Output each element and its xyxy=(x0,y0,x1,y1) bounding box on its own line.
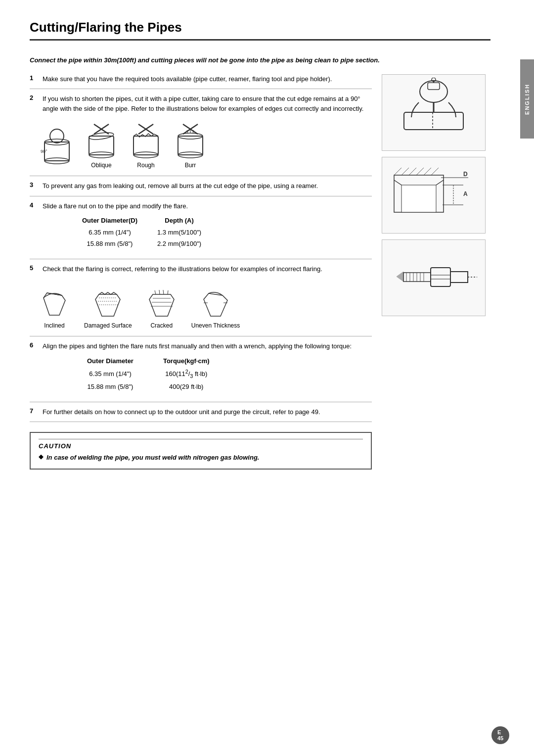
language-tab: ENGLISH xyxy=(520,59,534,139)
step-3-num: 3 xyxy=(30,181,38,191)
divider-7 xyxy=(30,422,372,422)
svg-text:A: A xyxy=(463,190,468,197)
step-7-num: 7 xyxy=(30,407,38,417)
svg-line-45 xyxy=(401,168,409,175)
torque-row1-value: 160(112/3 ft·lb) xyxy=(148,367,224,381)
svg-rect-65 xyxy=(431,268,450,286)
dim-row2-diameter: 15.88 mm (5/8") xyxy=(72,238,147,250)
divider-2 xyxy=(30,176,372,176)
step-5-num: 5 xyxy=(30,264,38,274)
torque-row2-diameter: 15.88 mm (5/8") xyxy=(72,381,148,393)
dim-col1-header: Outer Diameter(D) xyxy=(72,215,147,227)
left-column: 1 Make sure that you have the required t… xyxy=(30,74,372,470)
rough-label: Rough xyxy=(137,162,154,169)
pipe-cutter-svg xyxy=(389,78,478,147)
step-4-num: 4 xyxy=(30,201,38,254)
dim-row2-depth: 2.2 mm(9/100") xyxy=(147,238,211,250)
step-3: 3 To prevent any gas from leaking out, r… xyxy=(30,181,372,191)
svg-marker-57 xyxy=(397,272,403,282)
page-number: E45 xyxy=(491,726,509,744)
dim-row1-depth: 1.3 mm(5/100") xyxy=(147,227,211,238)
svg-rect-50 xyxy=(401,185,436,212)
svg-rect-68 xyxy=(450,272,468,283)
damaged-label: Damaged Surface xyxy=(84,322,132,329)
step-4: 4 Slide a flare nut on to the pipe and m… xyxy=(30,201,372,254)
dim-row1-diameter: 6.35 mm (1/4") xyxy=(72,227,147,238)
cracked-icon xyxy=(142,281,181,320)
step-4-text: Slide a flare nut on to the pipe and mod… xyxy=(43,201,372,254)
correct-pipe-icon: 90° xyxy=(40,127,74,167)
step-6: 6 Align the pipes and tighten the flare … xyxy=(30,341,372,397)
caution-bullet-symbol: ◆ xyxy=(39,453,44,460)
intro-text: Connect the pipe within 30m(100ft) and c… xyxy=(30,55,490,65)
svg-line-30 xyxy=(168,290,168,294)
svg-rect-38 xyxy=(404,112,463,130)
page-title: Cutting/Flaring the Pipes xyxy=(30,20,490,41)
caution-content: ◆ In case of welding the pipe, you must … xyxy=(39,453,363,463)
svg-rect-40 xyxy=(428,83,440,90)
divider-3 xyxy=(30,196,372,196)
divider-1 xyxy=(30,89,372,89)
step-6-num: 6 xyxy=(30,341,38,397)
burr-pipe-icon xyxy=(173,120,208,160)
torque-col2-header: Torque(kgf·cm) xyxy=(148,355,224,367)
svg-line-29 xyxy=(163,290,164,294)
torque-col1-header: Outer Diameter xyxy=(72,355,148,367)
dim-col2-header: Depth (A) xyxy=(147,215,211,227)
svg-rect-58 xyxy=(403,273,431,282)
svg-line-27 xyxy=(155,290,156,294)
diagram-pipe-cutter xyxy=(382,74,486,151)
diagram-flare-depth: D A xyxy=(382,157,486,234)
flaring-examples-row: Inclined xyxy=(35,281,372,329)
step-7: 7 For further details on how to connect … xyxy=(30,407,372,417)
torque-row2-value: 400(29 ft·lb) xyxy=(148,381,224,393)
step-7-text: For further details on how to connect up… xyxy=(43,407,372,417)
burr-label: Burr xyxy=(185,162,196,169)
svg-line-49 xyxy=(431,168,439,175)
pipe-cut-rough: Rough xyxy=(129,120,163,169)
step-3-text: To prevent any gas from leaking out, rem… xyxy=(43,181,372,191)
flaring-cracked: Cracked xyxy=(142,281,181,329)
svg-line-48 xyxy=(424,168,431,175)
step-5: 5 Check that the flaring is correct, ref… xyxy=(30,264,372,274)
main-content: Cutting/Flaring the Pipes Connect the pi… xyxy=(0,0,520,756)
svg-line-47 xyxy=(416,168,424,175)
caution-top-line xyxy=(39,439,363,439)
page-number-text: E45 xyxy=(497,729,503,741)
divider-6 xyxy=(30,402,372,402)
step-2-text: If you wish to shorten the pipes, cut it… xyxy=(43,94,372,113)
flare-depth-svg: D A xyxy=(387,160,481,230)
uneven-icon xyxy=(196,281,235,320)
step-1-num: 1 xyxy=(30,74,38,84)
pipe-cut-correct: 90° xyxy=(40,127,74,169)
caution-box: CAUTION ◆ In case of welding the pipe, y… xyxy=(30,432,372,470)
step-6-text: Align the pipes and tighten the flare nu… xyxy=(43,341,372,397)
svg-line-46 xyxy=(409,168,416,175)
pipe-cut-burr: Burr xyxy=(173,120,208,169)
step-2-num: 2 xyxy=(30,94,38,113)
pipe-cut-oblique: Oblique xyxy=(84,120,119,169)
uneven-label: Uneven Thickness xyxy=(191,322,240,329)
inclined-icon xyxy=(35,281,74,320)
dimensions-table: Outer Diameter(D) Depth (A) 6.35 mm (1/4… xyxy=(72,215,211,250)
flaring-inclined: Inclined xyxy=(35,281,74,329)
step-1: 1 Make sure that you have the required t… xyxy=(30,74,372,84)
pipe-cuts-row: 90° xyxy=(40,120,372,169)
right-column: D A xyxy=(382,74,490,470)
flaring-damaged: Damaged Surface xyxy=(84,281,132,329)
oblique-label: Oblique xyxy=(91,162,111,169)
page: ENGLISH Cutting/Flaring the Pipes Connec… xyxy=(0,0,534,756)
oblique-pipe-icon xyxy=(84,120,119,160)
inclined-label: Inclined xyxy=(44,322,64,329)
rough-pipe-icon xyxy=(129,120,163,160)
pipe-connection-svg xyxy=(386,243,482,312)
two-col-layout: 1 Make sure that you have the required t… xyxy=(30,74,490,470)
diagram-pipe-connection xyxy=(382,239,486,316)
svg-text:D: D xyxy=(463,171,468,178)
torque-row1-diameter: 6.35 mm (1/4") xyxy=(72,367,148,381)
caution-text: In case of welding the pipe, you must we… xyxy=(46,453,259,463)
flaring-uneven: Uneven Thickness xyxy=(191,281,240,329)
damaged-icon xyxy=(88,281,128,320)
language-label: ENGLISH xyxy=(524,84,530,115)
step-5-text: Check that the flaring is correct, refer… xyxy=(43,264,372,274)
